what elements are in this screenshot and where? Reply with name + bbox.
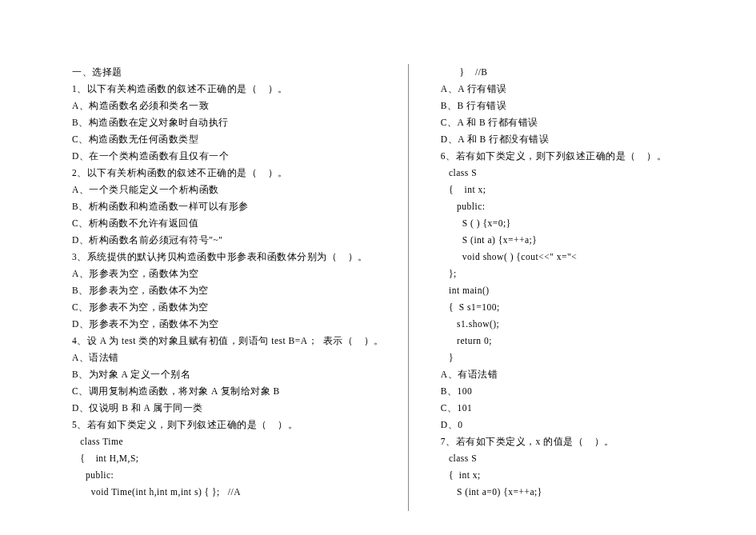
- text-line: { S s1=100;: [441, 299, 692, 316]
- text-line: { int H,M,S;: [72, 450, 384, 467]
- text-line: int main(): [441, 282, 692, 299]
- text-line: A、形参表为空，函数体为空: [72, 266, 384, 282]
- text-line: A、有语法错: [441, 366, 692, 383]
- text-line: 7、若有如下类定义，x 的值是（ ）。: [441, 433, 692, 450]
- text-line: }: [441, 349, 692, 366]
- text-line: B、B 行有错误: [441, 98, 692, 114]
- text-line: D、0: [441, 417, 692, 433]
- document-page: 一、选择题 1、以下有关构造函数的叙述不正确的是（ ）。 A、构造函数名必须和类…: [0, 0, 756, 535]
- text-line: B、构造函数在定义对象时自动执行: [72, 114, 384, 131]
- text-line: C、析构函数不允许有返回值: [72, 215, 384, 232]
- text-line: 6、若有如下类定义，则下列叙述正确的是（ ）。: [441, 148, 692, 165]
- text-line: S (int a) {x=++a;}: [441, 232, 692, 249]
- text-line: D、A 和 B 行都没有错误: [441, 131, 692, 148]
- text-line: void show( ) {cout<<" x="<: [441, 249, 692, 266]
- text-line: D、仅说明 B 和 A 属于同一类: [72, 400, 384, 417]
- text-line: C、形参表不为空，函数体为空: [72, 299, 384, 316]
- text-line: S (int a=0) {x=++a;}: [441, 484, 692, 501]
- text-line: B、100: [441, 383, 692, 400]
- text-line: class S: [441, 165, 692, 182]
- text-line: B、形参表为空，函数体不为空: [72, 282, 384, 299]
- text-line: B、析构函数和构造函数一样可以有形参: [72, 198, 384, 215]
- text-line: class S: [441, 450, 692, 467]
- text-line: return 0;: [441, 333, 692, 349]
- text-line: C、101: [441, 400, 692, 417]
- text-line: { int x;: [441, 182, 692, 198]
- text-line: public:: [72, 467, 384, 484]
- text-line: class Time: [72, 433, 384, 450]
- text-line: };: [441, 266, 692, 282]
- text-line: 5、若有如下类定义，则下列叙述正确的是（ ）。: [72, 417, 384, 433]
- text-line: A、构造函数名必须和类名一致: [72, 98, 384, 114]
- text-line: 4、设 A 为 test 类的对象且赋有初值，则语句 test B=A； 表示（…: [72, 333, 384, 349]
- text-line: A、语法错: [72, 349, 384, 366]
- text-line: S ( ) {x=0;}: [441, 215, 692, 232]
- text-line: D、形参表不为空，函数体不为空: [72, 316, 384, 333]
- text-line: 2、以下有关析构函数的叙述不正确的是（ ）。: [72, 165, 384, 182]
- right-column: } //B A、A 行有错误 B、B 行有错误 C、A 和 B 行都有错误 D、…: [409, 64, 756, 511]
- text-line: 一、选择题: [72, 64, 384, 81]
- text-line: B、为对象 A 定义一个别名: [72, 366, 384, 383]
- text-line: A、A 行有错误: [441, 81, 692, 98]
- text-line: D、在一个类构造函数有且仅有一个: [72, 148, 384, 165]
- text-line: A、一个类只能定义一个析构函数: [72, 182, 384, 198]
- text-line: 3、系统提供的默认拷贝构造函数中形参表和函数体分别为（ ）。: [72, 249, 384, 266]
- text-line: D、析构函数名前必须冠有符号"~": [72, 232, 384, 249]
- text-line: } //B: [441, 64, 692, 81]
- text-line: public:: [441, 198, 692, 215]
- left-column: 一、选择题 1、以下有关构造函数的叙述不正确的是（ ）。 A、构造函数名必须和类…: [0, 64, 409, 511]
- text-line: C、A 和 B 行都有错误: [441, 114, 692, 131]
- text-line: s1.show();: [441, 316, 692, 333]
- text-line: { int x;: [441, 467, 692, 484]
- text-line: void Time(int h,int m,int s) { }; //A: [72, 484, 384, 501]
- text-line: 1、以下有关构造函数的叙述不正确的是（ ）。: [72, 81, 384, 98]
- text-line: C、构造函数无任何函数类型: [72, 131, 384, 148]
- text-line: C、调用复制构造函数，将对象 A 复制给对象 B: [72, 383, 384, 400]
